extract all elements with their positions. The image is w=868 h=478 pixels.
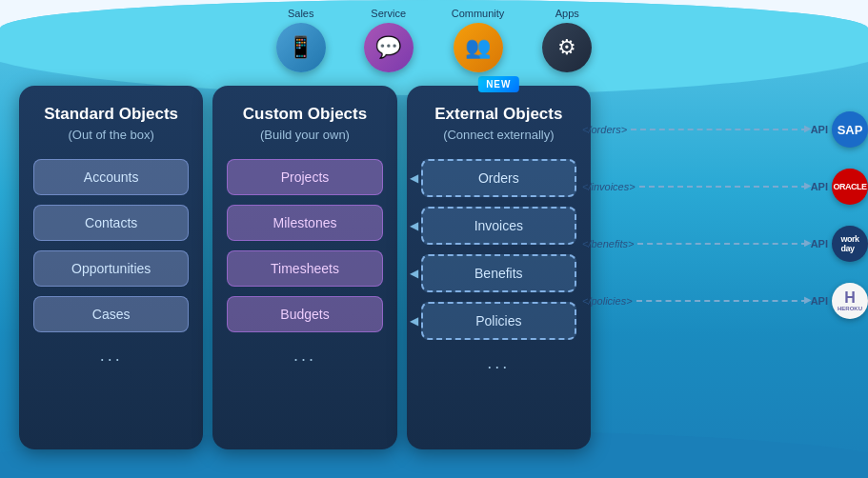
oracle-logo: ORACLE xyxy=(832,169,868,205)
invoices-tag: </invoices> xyxy=(582,181,636,192)
top-icons-bar: Sales 📱 Service 💬 Community 👥 Apps ⚙ xyxy=(0,8,868,72)
api-row-benefits: </benefits> ▶ API workday xyxy=(582,219,868,269)
sales-icon: 📱 xyxy=(276,23,326,72)
api-row-policies: </policies> ▶ API H HEROKU xyxy=(582,276,868,326)
standard-subtitle: (Out of the box) xyxy=(69,128,154,142)
custom-item-projects: Projects xyxy=(227,159,382,195)
external-objects-panel: NEW External Objects (Connect externally… xyxy=(407,86,591,449)
columns-area: Standard Objects (Out of the box) Accoun… xyxy=(19,86,591,449)
custom-item-timesheets: Timesheets xyxy=(227,250,382,287)
benefits-tag: </benefits> xyxy=(582,238,634,249)
standard-title: Standard Objects xyxy=(44,105,178,124)
standard-item-accounts: Accounts xyxy=(33,159,189,195)
community-icon: 👥 xyxy=(454,23,503,72)
new-badge: NEW xyxy=(478,76,518,92)
benefits-api-label: API xyxy=(811,238,828,249)
api-row-invoices: </invoices> ▶ API ORACLE xyxy=(582,162,868,211)
invoices-api-label: API xyxy=(811,181,828,192)
orders-api-label: API xyxy=(811,124,828,135)
standard-dots: ... xyxy=(100,346,123,366)
external-item-benefits: Benefits ◀ xyxy=(421,254,576,292)
custom-item-budgets: Budgets xyxy=(227,296,382,332)
service-icon: 💬 xyxy=(364,23,414,72)
external-title: External Objects xyxy=(434,105,562,124)
apps-icon: ⚙ xyxy=(542,23,592,72)
external-item-policies: Policies ◀ xyxy=(421,302,576,340)
sales-label: Sales xyxy=(288,8,314,19)
external-item-invoices: Invoices ◀ xyxy=(421,207,576,245)
custom-item-milestones: Milestones xyxy=(227,205,382,241)
service-label: Service xyxy=(371,8,406,19)
sap-logo: SAP xyxy=(832,111,868,148)
orders-tag: </orders> xyxy=(582,124,627,135)
custom-title: Custom Objects xyxy=(243,105,367,124)
external-dots: ... xyxy=(487,353,510,373)
icon-community: Community 👥 xyxy=(452,8,505,72)
community-label: Community xyxy=(452,8,505,19)
icon-sales: Sales 📱 xyxy=(276,8,326,72)
api-connections-panel: </orders> ▶ API SAP </invoices> ▶ API OR… xyxy=(582,95,868,449)
icon-service: Service 💬 xyxy=(364,8,414,72)
workday-logo: workday xyxy=(832,226,868,262)
api-row-orders: </orders> ▶ API SAP xyxy=(582,105,868,154)
icon-apps: Apps ⚙ xyxy=(542,8,592,72)
standard-item-opportunities: Opportunities xyxy=(33,250,189,287)
custom-objects-panel: Custom Objects (Build your own) Projects… xyxy=(212,86,396,449)
standard-item-contacts: Contacts xyxy=(33,205,189,241)
standard-item-cases: Cases xyxy=(33,296,189,332)
heroku-logo: H HEROKU xyxy=(832,283,868,319)
custom-subtitle: (Build your own) xyxy=(260,128,350,142)
custom-dots: ... xyxy=(293,346,316,366)
standard-objects-panel: Standard Objects (Out of the box) Accoun… xyxy=(19,86,203,449)
policies-api-label: API xyxy=(811,295,828,307)
external-item-orders: Orders ◀ xyxy=(421,159,576,197)
external-subtitle: (Connect externally) xyxy=(443,128,554,142)
policies-tag: </policies> xyxy=(582,295,633,307)
apps-label: Apps xyxy=(555,8,579,19)
